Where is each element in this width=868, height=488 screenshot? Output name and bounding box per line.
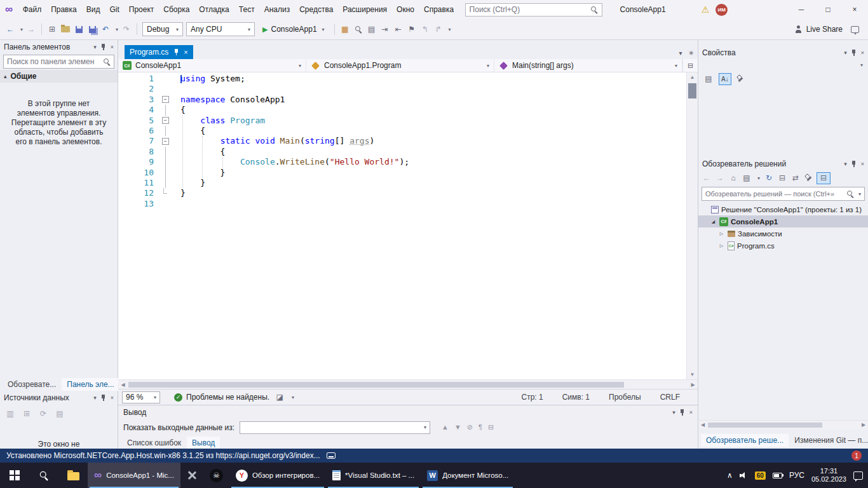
toggle-output-icon[interactable]: ⊟ xyxy=(488,423,494,431)
properties-object-dropdown[interactable]: ▾ xyxy=(698,59,868,71)
taskbar-button-notepad[interactable]: *Visual Studio.txt – ... xyxy=(326,463,421,488)
properties-header[interactable]: Свойства ▾ × xyxy=(698,46,868,59)
breakpoint-margin[interactable] xyxy=(118,199,131,209)
notifications-badge[interactable]: 1 xyxy=(851,451,862,461)
goto-next-message-icon[interactable]: ▼ xyxy=(454,423,461,431)
taskbar-button-visual-studio[interactable]: ∞ConsoleApp1 - Mic... xyxy=(88,463,180,488)
code-line[interactable]: 13 xyxy=(118,199,686,209)
code-line[interactable]: 3−namespace ConsoleApp1 xyxy=(118,95,686,105)
nav-dropdown[interactable]: ConsoleApp1.Program▾ xyxy=(306,59,494,72)
tree-item[interactable]: ▷Зависимости xyxy=(698,227,868,240)
horizontal-scrollbar[interactable]: ◀ ▶ xyxy=(118,379,698,389)
output-source-dropdown[interactable]: ▾ xyxy=(240,421,430,434)
navigate-next-icon[interactable]: ↱ xyxy=(433,23,444,36)
split-window-icon[interactable]: ⊟ xyxy=(682,59,698,72)
scroll-right-icon[interactable]: ▶ xyxy=(859,421,868,429)
run-button[interactable]: ▶ ConsoleApp1 ▾ xyxy=(258,22,329,36)
scrollbar-thumb[interactable] xyxy=(688,83,696,98)
find-in-files-icon[interactable] xyxy=(353,23,363,36)
language-indicator[interactable]: РУС xyxy=(789,471,804,480)
clock[interactable]: 17:31 05.02.2023 xyxy=(811,467,846,484)
word-wrap-icon[interactable]: ¶ xyxy=(478,423,482,431)
window-position-icon[interactable]: ▾ xyxy=(93,44,97,50)
menu-item[interactable]: Расширения xyxy=(338,3,392,17)
minimize-button[interactable]: ─ xyxy=(788,0,815,19)
toolbox-search-input[interactable] xyxy=(7,57,100,66)
collapse-region-icon[interactable]: − xyxy=(162,96,169,103)
forward-icon[interactable]: → xyxy=(715,172,724,184)
code-text[interactable]: } xyxy=(177,168,225,178)
menu-item[interactable]: Окно xyxy=(392,3,419,17)
property-pages-wrench-icon[interactable] xyxy=(736,75,744,83)
nav-dropdown[interactable]: C#ConsoleApp1▾ xyxy=(118,59,306,72)
menu-item[interactable]: Анализ xyxy=(259,3,295,17)
code-text[interactable]: } xyxy=(177,178,205,188)
code-line[interactable]: 2 xyxy=(118,84,686,94)
pin-icon[interactable] xyxy=(100,394,107,402)
menu-item[interactable]: Тест xyxy=(234,3,259,17)
tab-settings-gear-icon[interactable]: ✳ xyxy=(689,50,694,57)
goto-previous-message-icon[interactable]: ▲ xyxy=(442,423,449,431)
code-text[interactable]: { xyxy=(177,105,186,115)
scroll-up-icon[interactable]: ▲ xyxy=(687,72,698,82)
close-icon[interactable]: × xyxy=(861,50,864,56)
code-text[interactable]: } xyxy=(177,188,186,198)
code-line[interactable]: 6 { xyxy=(118,126,686,136)
code-line[interactable]: 5− class Program xyxy=(118,116,686,126)
solution-search-input[interactable] xyxy=(705,190,844,198)
preview-selected-items-button[interactable]: ⊟ xyxy=(817,172,831,184)
scroll-right-icon[interactable]: ▶ xyxy=(688,380,698,389)
code-line[interactable]: 1using System; xyxy=(118,74,686,84)
new-project-icon[interactable]: ⊞ xyxy=(47,23,57,36)
zoom-dropdown[interactable]: 96 % ▾ xyxy=(122,391,160,403)
menu-item[interactable]: Правка xyxy=(46,3,82,17)
code-text[interactable]: namespace ConsoleApp1 xyxy=(177,95,285,105)
collapse-region-icon[interactable]: − xyxy=(162,117,169,124)
window-position-icon[interactable]: ▾ xyxy=(844,161,847,167)
bookmark-icon[interactable]: ⚑ xyxy=(407,23,417,36)
volume-icon[interactable] xyxy=(740,471,748,479)
taskbar-button-word[interactable]: WДокумент Microso... xyxy=(421,463,515,488)
save-icon[interactable] xyxy=(74,23,84,36)
tree-expander-icon[interactable]: ◢ xyxy=(710,219,717,224)
window-position-icon[interactable]: ▾ xyxy=(672,409,675,416)
breakpoint-margin[interactable] xyxy=(118,126,131,136)
redo-icon[interactable]: ↷ xyxy=(121,23,132,36)
taskbar-search-button[interactable] xyxy=(29,463,58,488)
start-button[interactable] xyxy=(0,463,29,488)
navigate-forward-icon[interactable]: → xyxy=(26,23,36,36)
refresh-icon[interactable]: ↻ xyxy=(764,172,773,184)
whitespace-indicator[interactable]: Пробелы xyxy=(609,393,641,402)
output-header[interactable]: Вывод ▾ × xyxy=(118,405,698,419)
close-icon[interactable]: × xyxy=(861,161,864,167)
pin-icon[interactable] xyxy=(100,43,107,51)
clear-all-icon[interactable]: ⊘ xyxy=(467,423,473,431)
edit-data-source-icon[interactable]: ⊞ xyxy=(22,407,32,420)
code-line[interactable]: 7− static void Main(string[] args) xyxy=(118,136,686,146)
breakpoint-margin[interactable] xyxy=(118,95,131,105)
alphabetical-sort-button[interactable]: A↓ xyxy=(719,73,731,85)
tray-expand-icon[interactable]: ∧ xyxy=(727,471,733,480)
refresh-data-source-icon[interactable]: ⟳ xyxy=(38,407,48,420)
tree-expander-icon[interactable]: ▷ xyxy=(718,231,725,236)
line-indicator[interactable]: Стр: 1 xyxy=(522,393,543,402)
taskbar-button-skull-game[interactable]: ☠ xyxy=(203,463,229,488)
solution-explorer-header[interactable]: Обозреватель решений ▾ × xyxy=(698,157,868,170)
toolbar-options-icon[interactable]: ▾ xyxy=(449,27,451,32)
maximize-button[interactable]: □ xyxy=(815,0,841,19)
menu-item[interactable]: Отладка xyxy=(194,3,234,17)
code-text[interactable]: { xyxy=(177,126,205,136)
solution-horizontal-scrollbar[interactable]: ◀ ▶ xyxy=(698,420,868,429)
code-cleanup-dropdown-icon[interactable]: ▾ xyxy=(292,395,294,400)
feedback-icon[interactable] xyxy=(851,26,859,33)
code-cleanup-icon[interactable]: ◪ xyxy=(275,391,285,403)
battery-percent-badge[interactable]: 60 xyxy=(755,471,766,480)
toolbox-search[interactable] xyxy=(3,55,114,69)
breakpoint-margin[interactable] xyxy=(118,188,131,198)
scroll-down-icon[interactable]: ▼ xyxy=(687,370,698,379)
navigate-back-dropdown-icon[interactable]: ▾ xyxy=(20,27,23,32)
configure-data-source-icon[interactable]: ▤ xyxy=(55,407,65,420)
window-position-icon[interactable]: ▾ xyxy=(93,395,97,401)
open-file-icon[interactable] xyxy=(60,23,71,36)
home-icon[interactable]: ⌂ xyxy=(729,172,738,184)
